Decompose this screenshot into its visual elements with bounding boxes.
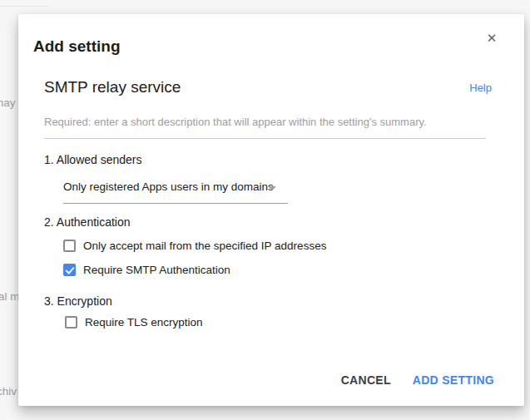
checkbox-label: Only accept mail from the specified IP a… [83, 240, 326, 252]
close-icon[interactable]: ✕ [481, 27, 503, 49]
setting-name-heading: SMTP relay service [44, 78, 181, 96]
checkbox-row-ip-addresses[interactable]: Only accept mail from the specified IP a… [63, 240, 326, 252]
background-text-fragment: may [0, 96, 16, 109]
section-label-encryption: 3. Encryption [44, 294, 112, 308]
chevron-down-icon [268, 186, 276, 190]
add-setting-button[interactable]: ADD SETTING [413, 373, 494, 387]
background-text-fragment: al m [0, 290, 20, 303]
dialog-title: Add setting [33, 37, 121, 56]
checkbox-icon[interactable] [65, 316, 77, 329]
dropdown-selected-value: Only registered Apps users in my domains [63, 180, 274, 193]
checkbox-row-tls[interactable]: Require TLS encryption [65, 316, 203, 329]
add-setting-dialog: Add setting ✕ SMTP relay service Help 1.… [18, 14, 524, 406]
checkbox-label: Require SMTP Authentication [83, 264, 230, 276]
background-text-fragment: chiv [0, 385, 17, 398]
dialog-actions: CANCEL ADD SETTING [341, 365, 494, 395]
section-label-allowed-senders: 1. Allowed senders [44, 153, 142, 166]
allowed-senders-dropdown[interactable]: Only registered Apps users in my domains [63, 175, 288, 204]
cancel-button[interactable]: CANCEL [341, 373, 391, 387]
background-divider [0, 6, 48, 7]
section-label-authentication: 2. Authentication [44, 215, 131, 229]
checkbox-icon[interactable] [63, 240, 76, 252]
description-input[interactable] [44, 106, 486, 139]
checkbox-label: Require TLS encryption [85, 316, 203, 329]
checkbox-checked-icon[interactable] [63, 264, 76, 276]
checkbox-row-smtp-auth[interactable]: Require SMTP Authentication [63, 264, 230, 276]
help-link[interactable]: Help [469, 82, 492, 94]
